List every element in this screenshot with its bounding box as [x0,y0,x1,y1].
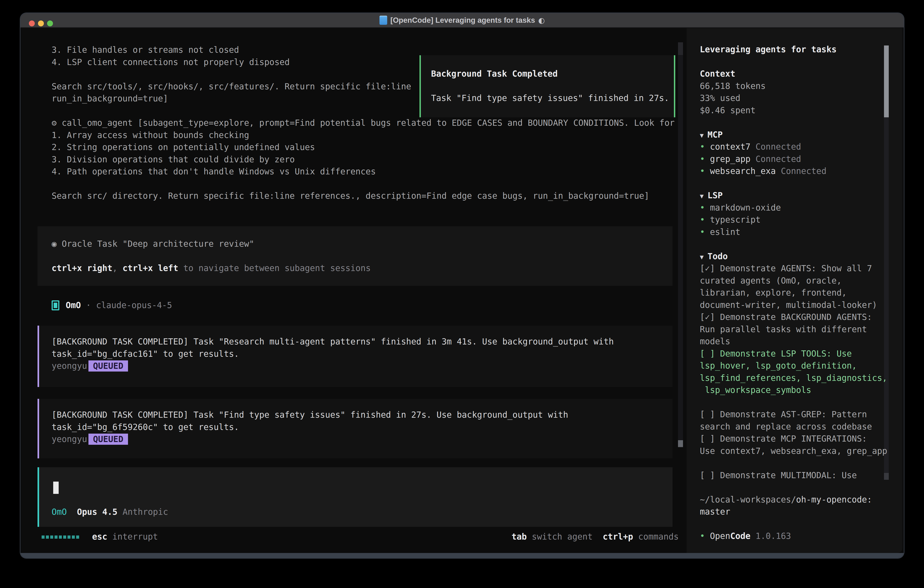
terminal-line: • typescript [700,214,904,226]
terminal-line: lsp_workspace_symbols [700,384,904,396]
terminal-line: • eslint [700,226,904,238]
terminal-line: • markdown-oxide [700,202,904,214]
terminal-line: yeongyuQUEUED [52,360,673,372]
terminal-line: Run parallel tasks with different [700,323,904,335]
terminal-line: 2. String operations on potentially unde… [52,141,673,154]
terminal-line: Use context7, websearch_exa, grep_app [700,445,904,457]
terminal-line: 66,518 tokens [700,80,904,92]
agent-session-header: OmO · claude-opus-4-5 [52,299,172,312]
minimize-button[interactable] [38,20,44,26]
busy-indicator-icon: ◐ [538,16,545,25]
terminal-line [700,518,904,530]
terminal-line: Task "Find type safety issues" finished … [431,92,674,104]
terminal-line: ctrl+x right, ctrl+x left to navigate be… [52,262,673,274]
spinner-dot [76,535,79,538]
terminal-line [700,457,904,469]
chat-scrollbar-thumb-top[interactable] [678,42,683,55]
close-button[interactable] [29,20,35,26]
terminal-line [700,56,904,68]
terminal-line: • OpenCode 1.0.163 [700,530,904,542]
terminal-line: [ ] Demonstrate AST-GREP: Pattern [700,408,904,421]
terminal-line: lsp_find_references, lsp_diagnostics, [700,372,904,384]
terminal-line: lsp_hover, lsp_goto_definition, [700,360,904,372]
terminal-line: [BACKGROUND TASK COMPLETED] Task "Resear… [52,335,673,348]
terminal-line: esc interrupt [92,531,158,543]
terminal-line [700,396,904,409]
terminal-line: Leveraging agents for tasks [700,43,904,56]
spinner-dot [59,535,62,538]
terminal-line: curated agents (OmO, oracle, [700,275,904,287]
terminal-line [431,80,674,92]
model-info-line: OmO Opus 4.5 Anthropic [52,506,168,518]
terminal-line: • grep_app Connected [700,153,904,165]
text-cursor [53,482,59,494]
terminal-line: [✓] Demonstrate BACKGROUND AGENTS: [700,311,904,323]
terminal-line: $0.46 spent [700,104,904,117]
terminal-line: Search src/ directory. Return specific f… [52,190,673,202]
window-controls [29,20,53,26]
sidebar-content: Leveraging agents for tasks Context66,51… [700,43,904,542]
spinner-dot [68,535,71,538]
terminal-line: ▼ LSP [700,189,904,202]
terminal-line: 4. Path operations that don't handle Win… [52,165,673,178]
terminal-line: models [700,335,904,348]
terminal-line: Context [700,68,904,80]
statusbar-right: tab switch agent ctrl+p commands [512,531,679,543]
terminal-line: document-writer, multimodal-looker) [700,299,904,311]
terminal-line [52,178,673,190]
spinner-dot [72,535,75,538]
background-task-toast[interactable]: Background Task Completed Task "Find typ… [419,55,675,117]
terminal-line: 3. Division operations that could divide… [52,154,673,166]
terminal-line [700,238,904,250]
terminal-line: ◉ Oracle Task "Deep architecture review" [52,238,673,250]
spinner-dot [50,535,53,538]
terminal-line: [ ] Demonstrate MULTIMODAL: Use [700,469,904,482]
spinner-dot [46,535,49,538]
interrupt-hint: esc interrupt [92,531,158,543]
terminal-line: task_id="bg_6f59260c" to get results. [52,421,673,433]
chat-scrollbar-track[interactable] [678,42,683,448]
spinner-dot [54,535,58,538]
window-title: [OpenCode] Leveraging agents for tasks ◐ [380,16,545,25]
prompt-input[interactable]: OmO Opus 4.5 Anthropic [38,467,673,527]
terminal-line: tab switch agent ctrl+p commands [512,531,679,543]
terminal-line: OmO · claude-opus-4-5 [66,299,172,312]
terminal-line: search and replace across codebase [700,421,904,433]
background-task-message-2: [BACKGROUND TASK COMPLETED] Task "Find t… [38,399,673,458]
background-task-message-1: [BACKGROUND TASK COMPLETED] Task "Resear… [38,325,673,387]
terminal-window: [OpenCode] Leveraging agents for tasks ◐… [20,13,904,558]
terminal-line [52,250,673,263]
statusbar-left: esc interrupt [41,531,158,543]
terminal-line: librarian, explore, frontend, [700,287,904,299]
terminal-line: ▼ Todo [700,250,904,263]
spinner-dot [63,535,66,538]
titlebar[interactable]: [OpenCode] Leveraging agents for tasks ◐ [20,13,904,28]
omo-agent-icon [52,301,59,311]
terminal-line: [ ] Demonstrate MCP INTEGRATIONS: [700,433,904,445]
terminal-line: [BACKGROUND TASK COMPLETED] Task "Find t… [52,409,673,421]
terminal-line: yeongyuQUEUED [52,433,673,446]
terminal-line: [ ] Demonstrate LSP TOOLS: Use [700,348,904,360]
window-title-text: [OpenCode] Leveraging agents for tasks [390,16,535,25]
terminal-line: 3. File handles or streams not closed [52,44,673,56]
terminal-line: ▼ MCP [700,129,904,141]
working-spinner-icon [41,535,79,538]
oracle-task-panel: ◉ Oracle Task "Deep architecture review"… [38,226,673,286]
terminal-line [700,481,904,494]
terminal-line: master [700,506,904,518]
document-icon [380,16,387,25]
window-bottom-edge [20,553,904,558]
terminal-line: • websearch_exa Connected [700,165,904,177]
chat-scrollbar-thumb[interactable] [678,440,683,447]
terminal-line: Background Task Completed [431,68,674,80]
terminal-line [700,116,904,129]
terminal-line: task_id="bg_dcfac161" to get results. [52,348,673,360]
terminal-line: OmO Opus 4.5 Anthropic [52,506,168,518]
zoom-button[interactable] [47,20,53,26]
terminal-line: [✓] Demonstrate AGENTS: Show all 7 [700,263,904,275]
terminal-line: 33% used [700,92,904,104]
status-badge: QUEUED [88,360,128,372]
agent-session-label: OmO · claude-opus-4-5 [66,299,172,312]
spinner-dot [41,535,45,538]
terminal-line [700,177,904,190]
